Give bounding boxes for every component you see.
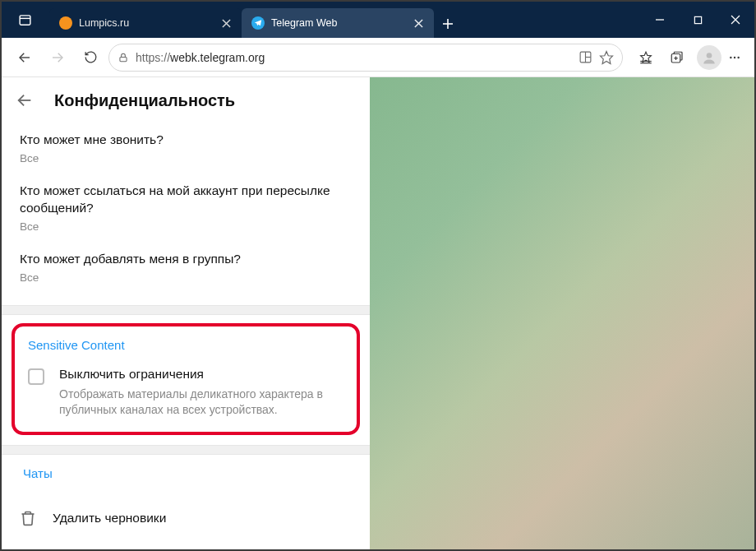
svg-point-27 <box>734 56 735 58</box>
svg-rect-14 <box>120 57 127 61</box>
option-description: Отображать материалы деликатного характе… <box>59 387 347 418</box>
section-title: Чаты <box>20 466 352 480</box>
favicon-telegram <box>251 16 265 30</box>
trash-icon <box>20 510 36 526</box>
profile-avatar[interactable] <box>697 45 721 70</box>
svg-marker-19 <box>641 52 652 62</box>
tab-strip: Lumpics.ru Telegram Web <box>44 2 641 38</box>
option-question: Кто может добавлять меня в группы? <box>20 251 352 268</box>
privacy-options: Кто может мне звонить? Все Кто может ссы… <box>2 123 370 305</box>
chats-section: Чаты <box>2 455 370 502</box>
page-title: Конфиденциальность <box>54 91 235 110</box>
url-text: https://webk.telegram.org <box>136 51 572 64</box>
more-button[interactable] <box>723 43 746 72</box>
url-host: webk.telegram.org <box>170 51 265 64</box>
new-tab-button[interactable] <box>434 10 462 38</box>
lock-icon <box>118 52 129 63</box>
svg-marker-18 <box>601 51 613 63</box>
svg-point-25 <box>707 53 712 58</box>
minimize-button[interactable] <box>641 2 679 38</box>
settings-header: Конфиденциальность <box>2 77 370 123</box>
page-content: Конфиденциальность Кто может мне звонить… <box>2 77 754 549</box>
refresh-button[interactable] <box>76 43 105 72</box>
browser-toolbar: https://webk.telegram.org <box>2 38 754 77</box>
tab-lumpics[interactable]: Lumpics.ru <box>49 8 242 38</box>
option-question: Кто может мне звонить? <box>20 132 352 149</box>
nav-forward-button[interactable] <box>43 43 72 72</box>
section-divider <box>2 445 370 455</box>
option-value: Все <box>20 271 352 284</box>
sensitive-content-section: Sensitive Content Выключить ограничения … <box>12 323 360 436</box>
app-install-icon[interactable] <box>579 50 592 64</box>
chat-background <box>370 77 754 549</box>
window-titlebar: Lumpics.ru Telegram Web <box>2 2 754 38</box>
option-label: Выключить ограничения <box>59 367 347 382</box>
privacy-option-forward[interactable]: Кто может ссылаться на мой аккаунт при п… <box>20 174 352 243</box>
option-value: Все <box>20 152 352 164</box>
tab-actions-button[interactable] <box>12 7 38 33</box>
settings-sidebar: Конфиденциальность Кто может мне звонить… <box>2 77 370 549</box>
nav-back-button[interactable] <box>10 43 39 72</box>
favorites-button[interactable] <box>631 43 661 72</box>
delete-drafts-option[interactable]: Удалить черновики <box>2 502 370 539</box>
close-tab-icon[interactable] <box>219 16 233 30</box>
svg-rect-9 <box>694 16 701 23</box>
svg-point-26 <box>730 56 731 58</box>
collections-button[interactable] <box>662 43 692 72</box>
close-tab-icon[interactable] <box>411 16 426 30</box>
svg-rect-0 <box>20 15 30 24</box>
privacy-option-groups[interactable]: Кто может добавлять меня в группы? Все <box>20 243 352 294</box>
option-question: Кто может ссылаться на мой аккаунт при п… <box>20 183 352 217</box>
option-value: Все <box>20 220 352 233</box>
checkbox-icon[interactable] <box>28 368 44 385</box>
tab-label: Telegram Web <box>271 17 404 29</box>
address-bar[interactable]: https://webk.telegram.org <box>108 44 623 72</box>
option-label: Удалить черновики <box>53 511 166 526</box>
favorite-icon[interactable] <box>599 50 614 65</box>
section-title: Sensitive Content <box>25 338 347 352</box>
privacy-option-calls[interactable]: Кто может мне звонить? Все <box>20 123 352 174</box>
back-button[interactable] <box>13 89 36 112</box>
window-controls <box>641 2 754 38</box>
maximize-button[interactable] <box>679 2 717 38</box>
tab-telegram[interactable]: Telegram Web <box>242 8 434 38</box>
svg-point-28 <box>737 56 739 58</box>
disable-filtering-option[interactable]: Выключить ограничения Отображать материа… <box>25 367 347 418</box>
tab-label: Lumpics.ru <box>79 17 212 29</box>
url-scheme: https:// <box>136 51 170 64</box>
close-window-button[interactable] <box>717 2 754 38</box>
favicon-lumpics <box>59 16 72 30</box>
section-divider <box>2 305 370 315</box>
